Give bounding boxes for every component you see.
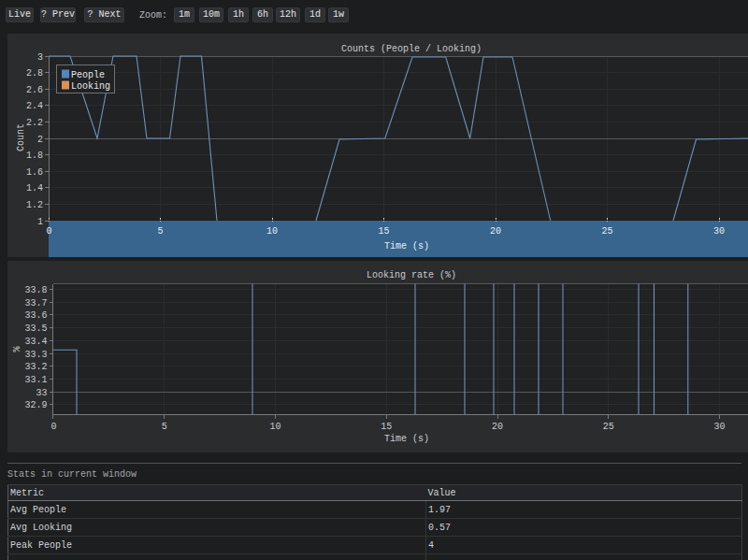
svg-text:2.8: 2.8 xyxy=(26,68,43,79)
svg-text:25: 25 xyxy=(603,422,614,432)
svg-text:33.1: 33.1 xyxy=(24,375,47,385)
svg-text:Looking rate (%): Looking rate (%) xyxy=(367,270,456,280)
svg-text:1.2: 1.2 xyxy=(26,200,43,210)
svg-text:5: 5 xyxy=(157,226,163,237)
svg-text:10: 10 xyxy=(266,226,278,237)
svg-text:Time (s): Time (s) xyxy=(384,434,429,444)
svg-text:25: 25 xyxy=(601,226,612,237)
svg-text:30: 30 xyxy=(713,422,725,432)
svg-text:People: People xyxy=(71,70,105,80)
svg-text:15: 15 xyxy=(381,422,392,432)
svg-text:2.2: 2.2 xyxy=(26,118,43,128)
svg-text:10: 10 xyxy=(269,422,280,432)
svg-text:3: 3 xyxy=(37,52,43,63)
svg-text:20: 20 xyxy=(492,422,503,432)
svg-text:2.6: 2.6 xyxy=(26,85,43,95)
svg-text:5: 5 xyxy=(162,422,167,432)
svg-text:2.4: 2.4 xyxy=(26,101,43,111)
svg-text:32.9: 32.9 xyxy=(24,400,47,410)
svg-text:20: 20 xyxy=(490,226,501,237)
svg-text:33: 33 xyxy=(36,388,47,398)
svg-text:33.6: 33.6 xyxy=(24,310,47,321)
svg-text:33.4: 33.4 xyxy=(24,337,47,347)
svg-text:1.6: 1.6 xyxy=(26,167,43,178)
svg-text:%: % xyxy=(12,346,22,352)
svg-text:Counts (People / Looking): Counts (People / Looking) xyxy=(341,44,482,54)
svg-text:33.8: 33.8 xyxy=(24,285,47,295)
svg-text:0: 0 xyxy=(46,226,51,237)
svg-text:33.2: 33.2 xyxy=(24,362,47,372)
svg-text:33.5: 33.5 xyxy=(24,323,47,334)
svg-text:2: 2 xyxy=(37,135,43,145)
svg-text:1: 1 xyxy=(37,217,43,227)
svg-text:Looking: Looking xyxy=(71,81,110,92)
svg-text:1.4: 1.4 xyxy=(26,183,43,194)
svg-text:15: 15 xyxy=(378,226,389,237)
svg-text:33.7: 33.7 xyxy=(24,298,47,309)
svg-text:Time (s): Time (s) xyxy=(384,241,429,251)
svg-text:Count: Count xyxy=(16,123,26,151)
svg-text:33.3: 33.3 xyxy=(24,350,47,360)
svg-text:1.8: 1.8 xyxy=(26,151,43,161)
svg-text:30: 30 xyxy=(713,226,725,237)
svg-text:0: 0 xyxy=(50,422,56,432)
